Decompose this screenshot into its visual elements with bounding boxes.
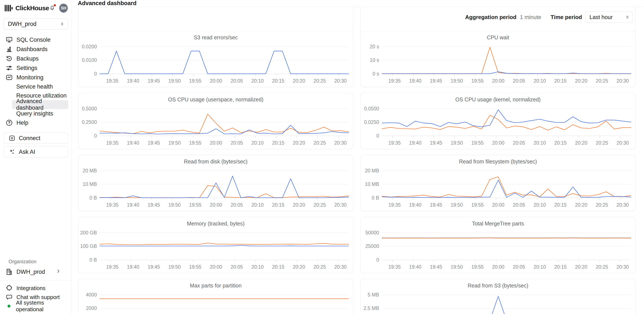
chart-plot-read-from-filesystem[interactable]: 0 B10 MB20 MB19:3519:4019:4519:5019:5520… (361, 165, 635, 209)
svg-text:20:05: 20:05 (230, 78, 243, 84)
svg-text:19:45: 19:45 (148, 140, 160, 146)
svg-text:10 MB: 10 MB (365, 182, 379, 187)
svg-text:19:55: 19:55 (471, 264, 484, 270)
chart-title: Memory (tracked, bytes) (78, 217, 353, 227)
time-period-select[interactable]: Last hour (586, 12, 633, 23)
svg-text:0: 0 (94, 71, 97, 76)
svg-text:20:20: 20:20 (293, 78, 305, 84)
clickhouse-logo-icon (5, 5, 12, 11)
svg-text:20:05: 20:05 (513, 202, 525, 208)
chart-series (100, 176, 349, 198)
svg-text:20:25: 20:25 (596, 202, 608, 208)
chart-card-read-from-disk: Read from disk (bytes/sec)0 B10 MB20 MB1… (78, 155, 353, 211)
sidebar-item-dashboards[interactable]: Dashboards (2, 44, 70, 54)
svg-text:19:35: 19:35 (106, 202, 118, 208)
svg-text:20:10: 20:10 (534, 202, 546, 208)
svg-text:20:00: 20:00 (492, 78, 504, 84)
svg-text:19:55: 19:55 (189, 78, 202, 84)
sidebar-item-backups[interactable]: Backups (2, 54, 70, 63)
sidebar-item-integrations[interactable]: Integrations (2, 284, 70, 292)
chart-plot-cpu-wait[interactable]: 0 s10 s20 s19:3519:4019:4519:5019:5520:0… (361, 41, 635, 85)
svg-text:19:40: 19:40 (127, 202, 139, 208)
svg-text:19:55: 19:55 (189, 264, 202, 270)
organization-switcher[interactable]: DWH_prod (2, 267, 70, 276)
svg-text:19:55: 19:55 (189, 202, 202, 208)
svg-text:19:50: 19:50 (450, 78, 463, 84)
svg-text:20:30: 20:30 (334, 78, 346, 84)
page-header: Advanced dashboard (72, 0, 644, 7)
notifications-bell-icon[interactable] (49, 4, 56, 12)
sidebar-item-label: Service health (16, 84, 53, 90)
chart-title: Read from disk (bytes/sec) (78, 155, 353, 165)
svg-text:19:35: 19:35 (388, 264, 401, 270)
updown-chevron-icon (60, 22, 64, 26)
svg-text:0.0200: 0.0200 (82, 44, 97, 50)
chart-plot-os-cpu-userspace[interactable]: 00.25000.500019:3519:4019:4519:5019:5520… (78, 103, 353, 147)
svg-text:20:20: 20:20 (293, 202, 305, 208)
sidebar-item-settings[interactable]: Settings (2, 63, 70, 73)
chart-plot-read-from-s3[interactable]: 0 B2.5 MB5 MB19:3519:4019:4519:5019:5520… (361, 290, 635, 314)
svg-text:20:00: 20:00 (210, 264, 222, 270)
sidebar-item-service-health[interactable]: Service health (12, 82, 68, 91)
svg-text:0: 0 (376, 257, 379, 263)
svg-text:19:45: 19:45 (430, 140, 442, 146)
user-avatar[interactable]: SH (59, 4, 68, 12)
sidebar-item-help[interactable]: Help (2, 118, 70, 128)
svg-text:20:05: 20:05 (230, 140, 243, 146)
chevron-right-icon (56, 269, 61, 275)
chart-series (382, 238, 631, 238)
sidebar-item-advanced-dashboard[interactable]: Advanced dashboard (12, 100, 68, 109)
chart-plot-os-cpu-kernel[interactable]: 00.02500.050019:3519:4019:4519:5019:5520… (361, 103, 635, 147)
ask-ai-button[interactable]: Ask AI (4, 146, 68, 158)
status-dot-icon (5, 302, 13, 310)
chart-series (100, 243, 349, 244)
connect-button[interactable]: Connect (4, 132, 68, 144)
service-selector[interactable]: DWH_prod (4, 18, 68, 30)
chart-plot-total-mergetree-parts[interactable]: 0250005000019:3519:4019:4519:5019:5520:0… (361, 227, 635, 271)
svg-text:20:20: 20:20 (293, 264, 305, 270)
svg-text:19:35: 19:35 (388, 78, 401, 84)
sidebar-item-label: Settings (16, 65, 38, 72)
svg-text:19:35: 19:35 (388, 202, 401, 208)
chart-card-total-mergetree-parts: Total MergeTree parts0250005000019:3519:… (360, 217, 636, 273)
svg-text:20:25: 20:25 (596, 78, 608, 84)
svg-text:0.5000: 0.5000 (82, 106, 97, 112)
sidebar-item-label: Query insights (16, 110, 53, 117)
svg-text:20:10: 20:10 (251, 140, 264, 146)
chart-title: Total MergeTree parts (361, 217, 635, 227)
chart-plot-read-from-disk[interactable]: 0 B10 MB20 MB19:3519:4019:4519:5019:5520… (78, 165, 353, 209)
system-status[interactable]: All systems operational (2, 302, 70, 310)
sidebar-item-monitoring[interactable]: Monitoring (2, 73, 70, 82)
dashboard-toolbar: Aggregation period 1 minute Time period … (465, 12, 633, 23)
svg-text:19:40: 19:40 (127, 264, 139, 270)
svg-text:0.0500: 0.0500 (364, 106, 379, 112)
svg-text:20:00: 20:00 (210, 78, 222, 84)
chart-title: S3 read errors/sec (78, 31, 353, 41)
svg-text:20:25: 20:25 (314, 78, 326, 84)
svg-text:19:35: 19:35 (106, 140, 118, 146)
chart-plot-memory-tracked[interactable]: 0 B100 GB200 GB19:3519:4019:4519:5019:55… (78, 227, 353, 271)
chart-card-read-from-filesystem: Read from filesystem (bytes/sec)0 B10 MB… (360, 155, 636, 211)
monitoring-icon (5, 73, 13, 82)
svg-text:20:00: 20:00 (492, 202, 504, 208)
svg-text:20:05: 20:05 (513, 78, 525, 84)
brand-name: ClickHouse (16, 4, 49, 12)
help-icon (5, 119, 13, 127)
svg-text:20:05: 20:05 (513, 140, 525, 146)
svg-text:19:50: 19:50 (450, 264, 463, 270)
svg-text:19:45: 19:45 (430, 202, 442, 208)
chart-plot-s3-read-errors[interactable]: 00.01000.020019:3519:4019:4519:5019:5520… (78, 41, 353, 85)
svg-text:5 MB: 5 MB (368, 292, 379, 298)
svg-text:19:45: 19:45 (148, 202, 160, 208)
sidebar-item-sql-console[interactable]: SQL Console (2, 35, 70, 44)
svg-text:20:10: 20:10 (534, 140, 546, 146)
svg-text:20:20: 20:20 (575, 202, 587, 208)
chat-bubble-icon (5, 293, 13, 301)
svg-text:0 s: 0 s (372, 71, 379, 76)
svg-text:20:20: 20:20 (575, 78, 587, 84)
brand-row: ClickHouse SH (0, 0, 72, 16)
svg-text:19:40: 19:40 (409, 264, 422, 270)
chart-plot-max-parts-for-partition[interactable]: 02000400019:3519:4019:4519:5019:5520:002… (78, 290, 353, 314)
chart-series (382, 47, 631, 74)
svg-text:20:25: 20:25 (314, 202, 326, 208)
